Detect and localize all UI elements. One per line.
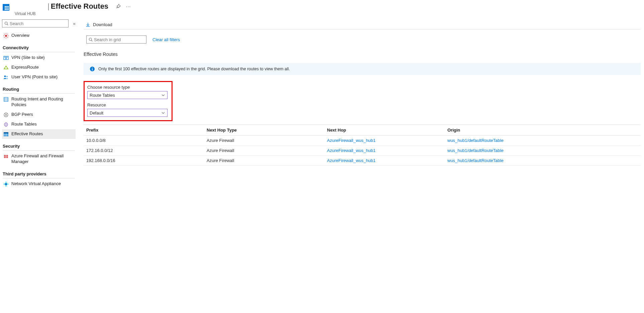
next-hop-link[interactable]: AzureFirewall_wus_hub1 — [327, 148, 375, 153]
routes-table: Prefix Next Hop Type Next Hop Origin 10.… — [84, 125, 641, 166]
resource-type-label: Virtual HUB — [15, 11, 132, 16]
sidebar-search[interactable] — [2, 19, 69, 27]
highlight-box: Choose resource type Route Tables Resour… — [84, 81, 173, 121]
svg-rect-51 — [5, 183, 7, 185]
download-icon — [86, 22, 90, 27]
download-button[interactable]: Download — [84, 21, 114, 28]
sidebar-section-security: Security — [3, 144, 75, 151]
chevron-down-icon — [161, 111, 165, 115]
sidebar-item-label: BGP Peers — [11, 112, 33, 118]
svg-rect-62 — [92, 69, 93, 71]
info-icon — [90, 66, 95, 72]
svg-line-9 — [7, 24, 8, 25]
page-title: Effective Routes — [51, 2, 108, 11]
more-icon[interactable]: ··· — [124, 2, 132, 10]
nva-icon — [3, 181, 9, 187]
svg-rect-55 — [5, 185, 7, 186]
toolbar: Download — [84, 16, 641, 29]
user-vpn-icon — [3, 75, 9, 80]
sidebar-section-connectivity: Connectivity — [3, 45, 75, 52]
sidebar-section-third-party: Third party providers — [3, 171, 75, 178]
origin-link[interactable]: wus_hub1/defaultRouteTable — [447, 138, 504, 143]
table-row: 10.0.0.0/8Azure FirewallAzureFirewall_wu… — [84, 136, 641, 146]
collapse-sidebar-icon[interactable]: « — [73, 21, 76, 26]
overview-icon — [3, 33, 9, 38]
table-row: 192.168.0.0/16Azure FirewallAzureFirewal… — [84, 156, 641, 166]
column-header-next-hop[interactable]: Next Hop — [324, 125, 445, 136]
sidebar-section-routing: Routing — [3, 87, 75, 94]
cell-origin: wus_hub1/defaultRouteTable — [445, 156, 641, 166]
table-header-row: Prefix Next Hop Type Next Hop Origin — [84, 125, 641, 136]
svg-point-26 — [6, 76, 8, 77]
svg-point-61 — [92, 68, 93, 68]
main-content: Download Clear all filters Effective Rou… — [78, 16, 644, 192]
cell-next-hop: AzureFirewall_wus_hub1 — [324, 156, 445, 166]
cell-next-hop-type: Azure Firewall — [204, 156, 324, 166]
grid-search-input[interactable] — [94, 37, 150, 42]
column-header-prefix[interactable]: Prefix — [84, 125, 204, 136]
sidebar-item-label: Overview — [11, 33, 29, 38]
svg-rect-38 — [4, 132, 8, 133]
sidebar-item-nva[interactable]: Network Virtual Appliance — [2, 179, 76, 189]
sidebar-item-bgp-peers[interactable]: BGP Peers — [2, 110, 76, 120]
pin-icon[interactable] — [114, 2, 122, 10]
sidebar-search-input[interactable] — [10, 21, 66, 26]
cell-next-hop: AzureFirewall_wus_hub1 — [324, 146, 445, 156]
sidebar-item-label: User VPN (Point to site) — [11, 74, 58, 80]
sidebar-item-label: Effective Routes — [11, 131, 43, 137]
sidebar-item-label: VPN (Site to site) — [11, 55, 45, 61]
svg-rect-53 — [7, 183, 8, 185]
sidebar-item-expressroute[interactable]: ExpressRoute — [2, 63, 76, 72]
sidebar-item-label: ExpressRoute — [11, 65, 39, 70]
resource-dropdown[interactable]: Default — [87, 109, 168, 117]
resource-label: Resource — [87, 102, 168, 107]
next-hop-link[interactable]: AzureFirewall_wus_hub1 — [327, 138, 375, 143]
cell-origin: wus_hub1/defaultRouteTable — [445, 136, 641, 146]
expressroute-icon — [3, 65, 9, 70]
sidebar-item-overview[interactable]: Overview — [2, 31, 76, 41]
svg-rect-52 — [4, 183, 5, 185]
section-heading: Effective Routes — [84, 48, 641, 63]
sidebar-item-effective-routes[interactable]: Effective Routes — [2, 129, 76, 139]
cell-origin: wus_hub1/defaultRouteTable — [445, 146, 641, 156]
cell-next-hop-type: Azure Firewall — [204, 146, 324, 156]
sidebar-item-route-tables[interactable]: Route Tables — [2, 120, 76, 129]
cell-next-hop-type: Azure Firewall — [204, 136, 324, 146]
grid-search[interactable] — [86, 35, 146, 44]
route-tables-icon — [3, 122, 9, 127]
sidebar-item-vpn-site[interactable]: VPN (Site to site) — [2, 53, 76, 63]
header-divider: | — [47, 2, 49, 11]
resource-value: Default — [90, 110, 103, 115]
svg-line-17 — [7, 34, 8, 34]
clear-filters-link[interactable]: Clear all filters — [152, 37, 180, 42]
svg-rect-3 — [3, 5, 5, 10]
sidebar-item-label: Azure Firewall and Firewall Manager — [11, 153, 74, 165]
effective-routes-icon — [3, 132, 9, 137]
column-header-next-hop-type[interactable]: Next Hop Type — [204, 125, 324, 136]
chevron-down-icon — [161, 93, 165, 97]
column-header-origin[interactable]: Origin — [445, 125, 641, 136]
origin-link[interactable]: wus_hub1/defaultRouteTable — [447, 148, 504, 153]
firewall-icon — [3, 154, 9, 159]
svg-point-25 — [4, 76, 6, 77]
sidebar: « Overview — [0, 16, 78, 192]
next-hop-link[interactable]: AzureFirewall_wus_hub1 — [327, 158, 375, 163]
svg-line-16 — [7, 37, 8, 38]
sidebar-item-user-vpn[interactable]: User VPN (Point to site) — [2, 72, 76, 82]
sidebar-item-label: Route Tables — [11, 122, 37, 127]
filter-row: Clear all filters — [84, 33, 641, 48]
cell-prefix: 10.0.0.0/8 — [84, 136, 204, 146]
origin-link[interactable]: wus_hub1/defaultRouteTable — [447, 158, 504, 163]
search-icon — [89, 37, 93, 42]
resource-type-dropdown[interactable]: Route Tables — [87, 91, 168, 99]
bgp-peers-icon — [3, 112, 9, 118]
sidebar-item-firewall-manager[interactable]: Azure Firewall and Firewall Manager — [2, 151, 76, 167]
sidebar-item-label: Routing Intent and Routing Policies — [11, 96, 74, 108]
sidebar-item-routing-intent[interactable]: Routing Intent and Routing Policies — [2, 94, 76, 110]
svg-line-15 — [4, 34, 5, 34]
svg-line-18 — [4, 37, 5, 38]
svg-line-59 — [91, 40, 92, 41]
info-banner: Only the first 100 effective routes are … — [84, 63, 641, 75]
svg-point-58 — [89, 38, 92, 41]
resource-icon — [3, 4, 9, 11]
